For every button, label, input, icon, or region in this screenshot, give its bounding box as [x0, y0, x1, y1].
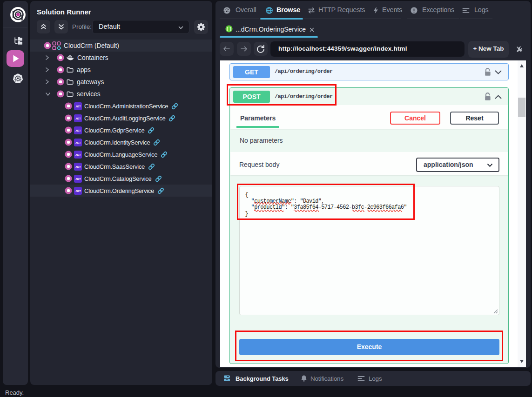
- svg-text:.NET: .NET: [75, 189, 81, 192]
- svg-text:.NET: .NET: [75, 129, 81, 132]
- svg-text:.NET: .NET: [75, 177, 81, 180]
- svg-text:.NET: .NET: [75, 141, 81, 144]
- svg-text:.NET: .NET: [75, 117, 81, 119]
- svg-text:{ }: { }: [226, 27, 232, 32]
- svg-text:.NET: .NET: [75, 153, 81, 156]
- svg-text:.NET: .NET: [75, 165, 81, 168]
- svg-text:.NET: .NET: [75, 105, 81, 107]
